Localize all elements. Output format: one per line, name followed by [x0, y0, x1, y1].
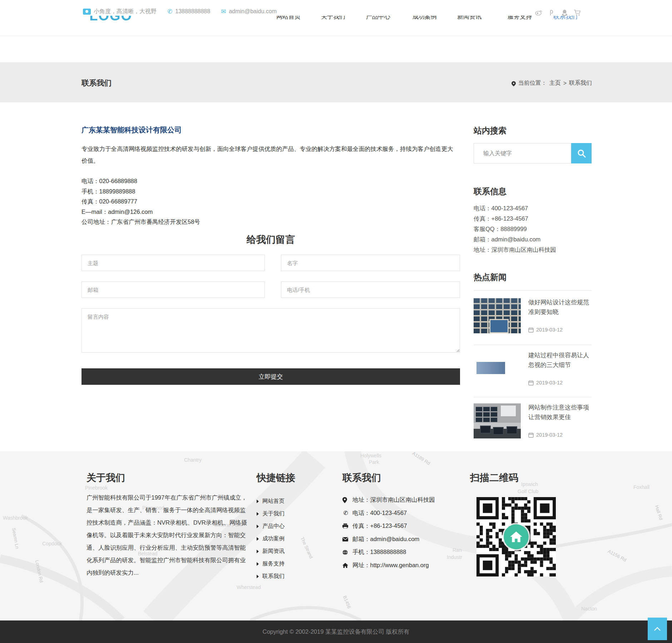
arrow-right-icon [257, 537, 259, 541]
header: 小角度，高清晰，大视野 ✆ 13888888888 ✉ admin@baidu.… [0, 0, 672, 36]
news-title-1[interactable]: 做好网站设计这些规范准则要知晓 [528, 298, 593, 317]
fax-icon [342, 524, 349, 529]
submit-button[interactable]: 立即提交 [81, 368, 460, 385]
search-button[interactable] [571, 143, 592, 163]
footer-link-about[interactable]: 关于我们 [257, 507, 285, 520]
search-icon [577, 149, 586, 158]
map-label: Wherstead [237, 584, 261, 590]
arrow-right-icon [257, 550, 259, 553]
footer-phone-row: ✆ 电话：400-123-4567 [342, 507, 435, 520]
site-logo[interactable]: LOGO [89, 16, 132, 23]
breadcrumb-separator: > [563, 80, 567, 87]
weibo-icon[interactable] [535, 9, 543, 16]
phone-input[interactable] [281, 281, 460, 298]
arrow-right-icon [257, 512, 259, 516]
arrow-right-icon [257, 500, 259, 503]
news-date-row-3: 2019-03-12 [528, 432, 563, 438]
map-label: Holywells [360, 453, 381, 458]
cart-icon[interactable] [573, 9, 581, 16]
nav-news[interactable]: 新闻资讯 [457, 16, 481, 21]
chevron-up-icon [654, 627, 661, 631]
calendar-icon [528, 380, 534, 386]
subject-input[interactable] [81, 255, 265, 271]
calendar-icon [528, 432, 534, 438]
news-date-row-1: 2019-03-12 [528, 327, 563, 333]
breadcrumb: 当前位置： 主页 > 联系我们 [512, 79, 592, 87]
map-label: Ran [453, 547, 462, 553]
nav-products[interactable]: 产品中心 [366, 16, 390, 21]
site-search [474, 143, 592, 163]
info-qq: 客服QQ：88889999 [474, 224, 556, 234]
nav-support[interactable]: 服务支持 [508, 16, 532, 21]
name-input[interactable] [281, 255, 460, 271]
site-search-title: 站内搜索 [474, 125, 507, 136]
map-label: Foxhall [633, 484, 649, 490]
breadcrumb-label: 当前位置： [518, 79, 547, 87]
message-textarea[interactable] [81, 308, 460, 353]
map-label: Pinebrook [85, 485, 108, 491]
news-thumbnail-3 [474, 403, 521, 438]
back-to-top-button[interactable] [648, 618, 667, 640]
qr-code [476, 497, 556, 576]
footer-link-support[interactable]: 服务支持 [257, 558, 285, 570]
header-slogan: 小角度，高清晰，大视野 [94, 8, 157, 15]
pin-icon [342, 497, 349, 503]
news-item-3[interactable]: 网站制作注意这些事项 让营销效果更佳 2019-03-12 [474, 402, 592, 446]
nav-cases[interactable]: 成功案例 [412, 16, 437, 21]
calendar-icon [528, 327, 534, 333]
location-pin-icon [510, 80, 517, 86]
company-mobile-line: 手机：18899889888 [81, 186, 200, 197]
company-contact-lines: 电话：020-66889888 手机：18899889888 传真：020-66… [81, 176, 200, 227]
map-label: Ipswich [521, 481, 538, 487]
company-email-line: E—mail：admin@126.com [81, 207, 200, 217]
search-input[interactable] [474, 143, 571, 163]
footer-quick-links: 网站首页 关于我们 产品中心 成功案例 新闻资讯 服务支持 联系我们 [257, 495, 285, 583]
nav-about[interactable]: 关于我们 [321, 16, 345, 21]
footer-link-home[interactable]: 网站首页 [257, 495, 285, 507]
news-title-3[interactable]: 网站制作注意这些事项 让营销效果更佳 [528, 403, 593, 422]
company-phone-line: 电话：020-66889888 [81, 176, 200, 186]
nav-contact[interactable]: 联系我们 [553, 16, 578, 21]
mail-icon: ✉ [221, 8, 226, 15]
footer-link-news[interactable]: 新闻资讯 [257, 545, 285, 558]
footer-email-row: 邮箱：admin@baidu.com [342, 533, 435, 546]
footer-qr-title: 扫描二维码 [470, 471, 518, 484]
footer: Chantry Holywells Park A1189 Rd Pinebroo… [0, 451, 672, 620]
info-email: 邮箱：admin@baidu.com [474, 234, 556, 245]
map-label: Golf Club [518, 489, 538, 494]
arrow-right-icon [257, 562, 259, 566]
p-social-icon[interactable] [548, 9, 555, 16]
breadcrumb-current: 联系我们 [569, 79, 592, 87]
page-title: 联系我们 [81, 78, 112, 88]
news-item-2[interactable]: 建站过程中很容易让人忽视的三大细节 2019-03-12 [474, 350, 592, 393]
phone-icon: ✆ [342, 510, 349, 516]
footer-link-contact[interactable]: 联系我们 [257, 570, 285, 583]
nav-home[interactable]: 网站首页 [276, 16, 301, 21]
footer-about-text: 广州智能科技有限公司于1997年在广东省广州市广州镇成立，是一家集研发、生产、销… [87, 491, 247, 579]
divider [474, 397, 592, 397]
footer-address-row: 地址：深圳市南山区南山科技园 [342, 494, 435, 507]
footer-link-cases[interactable]: 成功案例 [257, 532, 285, 545]
company-description: 专业致力于全高清网络视频监控技术的研发与创新，面向全球客户提供优质的产品、专业的… [81, 143, 458, 167]
map-label: Nacton [581, 606, 597, 612]
hot-news-title: 热点新闻 [474, 272, 507, 283]
company-name: 广东某某智能科技设计有限公司 [81, 125, 182, 135]
email-input[interactable] [81, 281, 265, 298]
company-fax-line: 传真：020-66889777 [81, 196, 200, 207]
copyright-text: Copyright © 2002-2019 某某监控设备有限公司 版权所有 [262, 628, 409, 636]
company-address-line: 公司地址：广东省广州市番禺经济开发区58号 [81, 217, 200, 227]
contact-page: 小角度，高清晰，大视野 ✆ 13888888888 ✉ admin@baidu.… [0, 0, 672, 643]
news-title-2[interactable]: 建站过程中很容易让人忽视的三大细节 [528, 350, 593, 370]
map-label: Park [369, 459, 379, 465]
qq-icon[interactable] [560, 9, 568, 16]
breadcrumb-home-link[interactable]: 主页 [549, 79, 561, 87]
header-topbar: 小角度，高清晰，大视野 ✆ 13888888888 ✉ admin@baidu.… [83, 7, 277, 16]
news-date-3: 2019-03-12 [536, 432, 563, 438]
footer-mobile-row: 手机：13888888888 [342, 546, 435, 559]
phone-icon: ✆ [167, 8, 172, 15]
news-date-row-2: 2019-03-12 [528, 380, 563, 386]
map-label: Washbrook [3, 515, 28, 521]
footer-link-products[interactable]: 产品中心 [257, 520, 285, 532]
news-item-1[interactable]: 做好网站设计这些规范准则要知晓 2019-03-12 [474, 297, 592, 340]
divider [474, 345, 592, 345]
